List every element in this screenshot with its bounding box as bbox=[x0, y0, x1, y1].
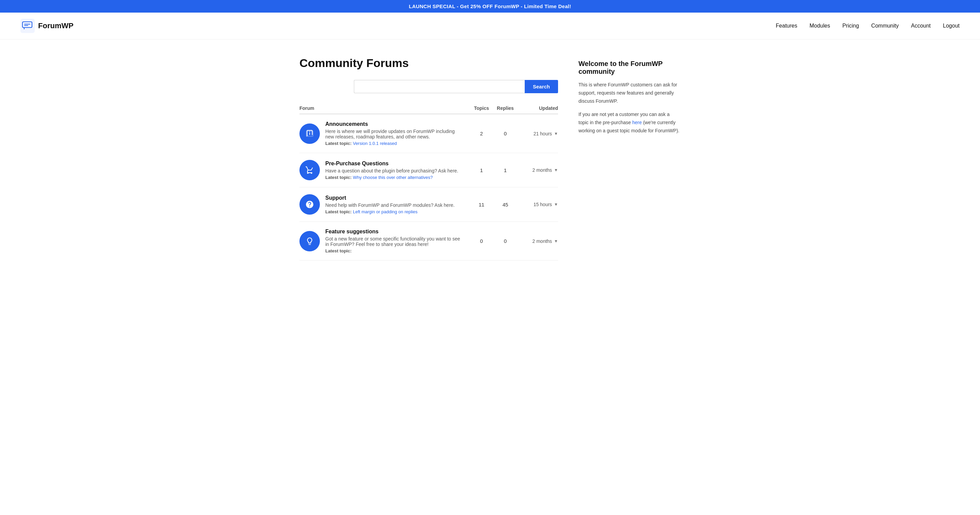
latest-topic-link[interactable]: Left margin or padding on replies bbox=[353, 209, 417, 214]
main-nav: Features Modules Pricing Community Accou… bbox=[776, 23, 959, 29]
forum-topics-count: 2 bbox=[469, 130, 493, 137]
th-forum: Forum bbox=[299, 105, 469, 111]
forum-row: Announcements Here is where we will prov… bbox=[299, 114, 558, 153]
promo-banner: LAUNCH SPECIAL - Get 25% OFF ForumWP - L… bbox=[0, 0, 980, 13]
forum-name: Support bbox=[325, 195, 464, 201]
nav-logout[interactable]: Logout bbox=[943, 23, 959, 29]
forum-name: Feature suggestions bbox=[325, 229, 464, 235]
sidebar-para1: This is where ForumWP customers can ask … bbox=[579, 81, 681, 105]
nav-features[interactable]: Features bbox=[776, 23, 797, 29]
site-header: ForumWP Features Modules Pricing Communi… bbox=[0, 13, 980, 40]
search-bar: Search bbox=[354, 80, 558, 93]
forum-info-announcements: Announcements Here is where we will prov… bbox=[320, 121, 469, 146]
chevron-down-icon[interactable]: ▼ bbox=[554, 131, 558, 136]
forum-row: Support Need help with ForumWP and Forum… bbox=[299, 188, 558, 222]
forum-updated-time: 2 months bbox=[533, 167, 552, 173]
forum-stats: 2 0 bbox=[469, 130, 517, 137]
nav-modules[interactable]: Modules bbox=[810, 23, 830, 29]
forum-latest-topic: Latest topic: Why choose this over other… bbox=[325, 175, 464, 180]
nav-pricing[interactable]: Pricing bbox=[842, 23, 859, 29]
search-button[interactable]: Search bbox=[525, 80, 558, 93]
forum-topics-count: 0 bbox=[469, 238, 493, 244]
svg-rect-2 bbox=[24, 24, 30, 24]
forum-updated: 2 months ▼ bbox=[517, 167, 558, 173]
th-stats: Topics Replies bbox=[469, 105, 517, 111]
svg-rect-3 bbox=[24, 25, 28, 26]
forum-description: Got a new feature or some specific funct… bbox=[325, 236, 464, 247]
forum-row: Feature suggestions Got a new feature or… bbox=[299, 222, 558, 261]
forum-name: Announcements bbox=[325, 121, 464, 127]
forum-updated: 2 months ▼ bbox=[517, 238, 558, 244]
chevron-down-icon[interactable]: ▼ bbox=[554, 168, 558, 172]
forum-updated: 21 hours ▼ bbox=[517, 131, 558, 137]
forum-latest-topic: Latest topic: bbox=[325, 248, 464, 253]
forum-description: Here is where we will provide updates on… bbox=[325, 129, 464, 140]
forum-stats: 11 45 bbox=[469, 202, 517, 208]
forum-description: Need help with ForumWP and ForumWP modul… bbox=[325, 202, 464, 208]
forum-icon-announcements bbox=[299, 124, 320, 144]
forum-list: Announcements Here is where we will prov… bbox=[299, 114, 558, 261]
forum-updated-time: 21 hours bbox=[533, 131, 552, 137]
forum-stats: 1 1 bbox=[469, 167, 517, 173]
forum-description: Have a question about the plugin before … bbox=[325, 168, 464, 173]
forum-topics-count: 11 bbox=[469, 202, 493, 208]
logo-link[interactable]: ForumWP bbox=[21, 19, 73, 33]
forum-updated-time: 15 hours bbox=[533, 202, 552, 207]
forum-icon-support bbox=[299, 194, 320, 215]
sidebar-para2: If you are not yet a customer you can as… bbox=[579, 111, 681, 135]
forum-info-feature-suggestions: Feature suggestions Got a new feature or… bbox=[320, 229, 469, 253]
page-title: Community Forums bbox=[299, 56, 558, 70]
forum-icon-feature-suggestions bbox=[299, 231, 320, 251]
forum-latest-topic: Latest topic: Version 1.0.1 released bbox=[325, 141, 464, 146]
logo-text: ForumWP bbox=[38, 21, 73, 30]
latest-topic-link[interactable]: Version 1.0.1 released bbox=[353, 141, 397, 146]
forum-name: Pre-Purchase Questions bbox=[325, 161, 464, 167]
forum-replies-count: 45 bbox=[493, 202, 517, 208]
logo-icon bbox=[21, 19, 35, 33]
forum-icon-pre-purchase bbox=[299, 160, 320, 180]
search-input[interactable] bbox=[354, 80, 525, 93]
sidebar-here-link[interactable]: here bbox=[632, 120, 642, 125]
sidebar-title: Welcome to the ForumWP community bbox=[579, 60, 681, 76]
forum-info-pre-purchase: Pre-Purchase Questions Have a question a… bbox=[320, 161, 469, 180]
th-updated: Updated bbox=[517, 105, 558, 111]
forum-latest-topic: Latest topic: Left margin or padding on … bbox=[325, 209, 464, 214]
forum-table-header: Forum Topics Replies Updated bbox=[299, 105, 558, 114]
chevron-down-icon[interactable]: ▼ bbox=[554, 202, 558, 207]
nav-account[interactable]: Account bbox=[911, 23, 931, 29]
forum-replies-count: 1 bbox=[493, 167, 517, 173]
forum-topics-count: 1 bbox=[469, 167, 493, 173]
forum-row: Pre-Purchase Questions Have a question a… bbox=[299, 153, 558, 188]
forum-replies-count: 0 bbox=[493, 238, 517, 244]
forum-stats: 0 0 bbox=[469, 238, 517, 244]
forum-updated: 15 hours ▼ bbox=[517, 202, 558, 207]
th-replies: Replies bbox=[493, 105, 517, 111]
nav-community[interactable]: Community bbox=[871, 23, 899, 29]
forum-info-support: Support Need help with ForumWP and Forum… bbox=[320, 195, 469, 214]
latest-topic-link[interactable]: Why choose this over other alternatives? bbox=[353, 175, 433, 180]
main-content: Community Forums Search Forum Topics Rep… bbox=[286, 40, 694, 281]
forum-updated-time: 2 months bbox=[533, 238, 552, 244]
th-topics: Topics bbox=[469, 105, 493, 111]
chevron-down-icon[interactable]: ▼ bbox=[554, 239, 558, 243]
forum-replies-count: 0 bbox=[493, 130, 517, 137]
forums-content: Community Forums Search Forum Topics Rep… bbox=[299, 56, 558, 261]
sidebar: Welcome to the ForumWP community This is… bbox=[579, 56, 681, 261]
